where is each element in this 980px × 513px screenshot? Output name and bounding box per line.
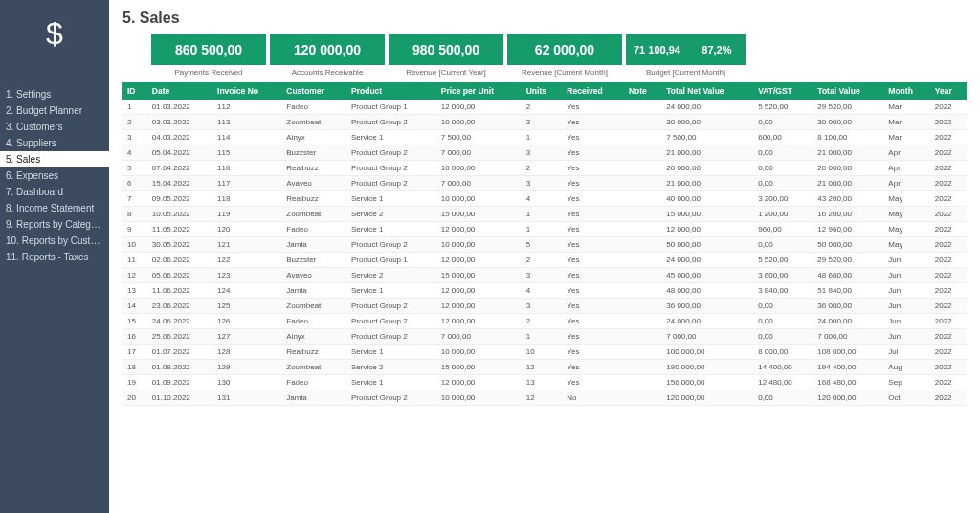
sidebar-item-customers[interactable]: 3. Customers <box>0 119 109 135</box>
table-row[interactable]: 101.03.2022112FadeoProduct Group 112 000… <box>122 100 967 115</box>
cell: 7 000,00 <box>661 329 753 345</box>
table-row[interactable]: 2001.10.2022131JamiaProduct Group 210 00… <box>122 390 967 406</box>
cell: 8 000,00 <box>753 345 813 360</box>
table-row[interactable]: 810.05.2022119ZoombeatService 215 000,00… <box>122 207 967 222</box>
cell: 1 <box>522 207 563 222</box>
table-row[interactable]: 1625.06.2022127AinyxProduct Group 27 000… <box>122 329 967 345</box>
cell: 3 600,00 <box>753 268 813 283</box>
sidebar-item-income[interactable]: 8. Income Statement <box>0 200 109 216</box>
col-header[interactable]: Units <box>522 82 563 100</box>
cell: 960,00 <box>753 222 813 237</box>
cell <box>624 191 661 207</box>
cell: 2 <box>522 161 563 176</box>
table-row[interactable]: 911.05.2022120FadeoService 112 000,001Ye… <box>122 222 967 237</box>
col-header[interactable]: Month <box>883 82 929 100</box>
cell: 40 000,00 <box>661 191 753 207</box>
table-row[interactable]: 1311.06.2022124JamiaService 112 000,004Y… <box>122 283 967 299</box>
cell <box>624 145 661 161</box>
col-header[interactable]: Year <box>930 82 967 100</box>
cell: May <box>883 191 929 207</box>
col-header[interactable]: Note <box>624 82 661 100</box>
cell: 2022 <box>930 191 967 207</box>
kpi-card-2: 980 500,00Revenue [Current Year] <box>389 34 503 77</box>
cell: 120 000,00 <box>661 390 753 406</box>
cell: 04.03.2022 <box>147 130 212 145</box>
table-row[interactable]: 1030.05.2022121JamiaProduct Group 210 00… <box>122 237 967 253</box>
cell: Yes <box>562 253 624 268</box>
cell: Yes <box>562 161 624 176</box>
col-header[interactable]: ID <box>122 82 147 100</box>
cell: 29 520,00 <box>813 253 883 268</box>
cell: 05.04.2022 <box>147 145 212 161</box>
table-row[interactable]: 405.04.2022115BuzzsterProduct Group 27 0… <box>122 145 967 161</box>
cell: Product Group 2 <box>346 161 436 176</box>
table-row[interactable]: 709.05.2022118RealbuzzService 110 000,00… <box>122 191 967 207</box>
col-header[interactable]: Customer <box>281 82 346 100</box>
cell: 10 000,00 <box>436 345 522 360</box>
cell: 1 <box>522 130 563 145</box>
sidebar-item-rep-cust[interactable]: 10. Reports by Customer <box>0 233 109 249</box>
cell: 116 <box>212 161 281 176</box>
sidebar-item-rep-cat[interactable]: 9. Reports by Category <box>0 216 109 233</box>
cell: 21 000,00 <box>813 176 883 191</box>
table-row[interactable]: 507.04.2022116RealbuzzProduct Group 210 … <box>122 161 967 176</box>
table-row[interactable]: 1901.09.2022130FadeoService 112 000,0013… <box>122 375 967 390</box>
cell: 2 <box>522 100 563 115</box>
sidebar-item-sales[interactable]: 5. Sales <box>0 151 109 167</box>
cell: 0,00 <box>753 299 813 314</box>
col-header[interactable]: Total Net Value <box>661 82 753 100</box>
kpi-label: Revenue [Current Year] <box>406 68 486 77</box>
col-header[interactable]: Received <box>562 82 624 100</box>
sidebar-item-rep-tax[interactable]: 11. Reports - Taxes <box>0 249 109 265</box>
table-row[interactable]: 1701.07.2022128RealbuzzService 110 000,0… <box>122 345 967 360</box>
cell: Apr <box>883 145 929 161</box>
cell: Service 1 <box>346 283 436 299</box>
cell: 25.06.2022 <box>147 329 212 345</box>
cell: 10 000,00 <box>436 237 522 253</box>
sidebar-item-dashboard[interactable]: 7. Dashboard <box>0 184 109 200</box>
cell: 16 <box>122 329 147 345</box>
sidebar-item-expenses[interactable]: 6. Expenses <box>0 167 109 184</box>
cell: 0,00 <box>753 390 813 406</box>
cell: Ainyx <box>281 130 346 145</box>
col-header[interactable]: Product <box>346 82 436 100</box>
cell: 2022 <box>930 222 967 237</box>
cell <box>624 253 661 268</box>
cell: Fadeo <box>281 375 346 390</box>
table-row[interactable]: 1524.06.2022126FadeoProduct Group 212 00… <box>122 314 967 329</box>
cell: 2022 <box>930 283 967 299</box>
table-row[interactable]: 1102.06.2022122BuzzsterProduct Group 112… <box>122 253 967 268</box>
table-wrapper: IDDateInvoice NoCustomerProductPrice per… <box>122 82 967 406</box>
table-row[interactable]: 615.04.2022117AvaveoProduct Group 27 000… <box>122 176 967 191</box>
cell: 3 <box>122 130 147 145</box>
table-row[interactable]: 203.03.2022113ZoombeatProduct Group 210 … <box>122 115 967 130</box>
kpi-value: 860 500,00 <box>151 34 266 65</box>
sidebar-item-budget[interactable]: 2. Budget Planner <box>0 102 109 119</box>
cell: 6 <box>122 176 147 191</box>
kpi-label: Budget [Current Month] <box>646 68 725 77</box>
kpi-label: Payments Received <box>174 68 242 77</box>
table-row[interactable]: 304.03.2022114AinyxService 17 500,001Yes… <box>122 130 967 145</box>
col-header[interactable]: Price per Unit <box>436 82 522 100</box>
col-header[interactable]: Total Value <box>813 82 883 100</box>
cell: 3 <box>522 176 563 191</box>
table-row[interactable]: 1801.08.2022129ZoombeatService 215 000,0… <box>122 360 967 375</box>
cell: Realbuzz <box>281 161 346 176</box>
cell: 5 <box>122 161 147 176</box>
cell: 2022 <box>930 100 967 115</box>
table-row[interactable]: 1423.06.2022125ZoombeatProduct Group 212… <box>122 299 967 314</box>
cell: Jamia <box>281 237 346 253</box>
col-header[interactable]: Invoice No <box>212 82 281 100</box>
sidebar-item-suppliers[interactable]: 4. Suppliers <box>0 135 109 151</box>
cell: 21 000,00 <box>661 145 753 161</box>
cell: 20 000,00 <box>661 161 753 176</box>
col-header[interactable]: Date <box>147 82 212 100</box>
cell: 43 200,00 <box>813 191 883 207</box>
sidebar-item-settings[interactable]: 1. Settings <box>0 86 109 102</box>
table-row[interactable]: 1205.06.2022123AvaveoService 215 000,003… <box>122 268 967 283</box>
cell: 21 000,00 <box>661 176 753 191</box>
cell: 01.08.2022 <box>147 360 212 375</box>
col-header[interactable]: VAT/GST <box>753 82 813 100</box>
kpi-card-1: 120 000,00Accounts Receivable <box>270 34 385 77</box>
cell: 12 000,00 <box>436 283 522 299</box>
